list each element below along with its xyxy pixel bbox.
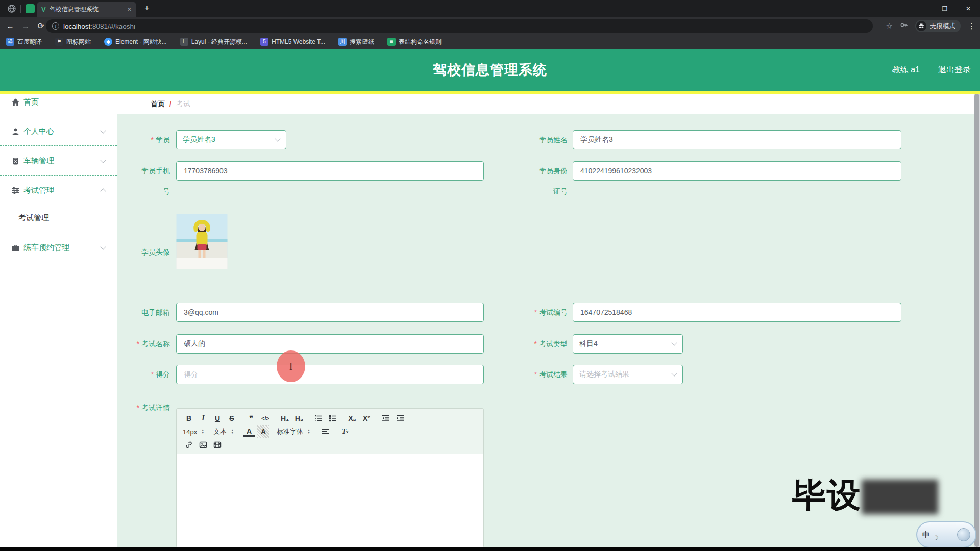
superscript-button[interactable]: X² <box>360 412 373 424</box>
html5-icon: 5 <box>260 38 268 46</box>
minimize-button[interactable]: – <box>910 0 933 17</box>
sidebar-item-vehicles[interactable]: 车辆管理 <box>0 154 117 168</box>
page-scrollbar[interactable] <box>974 94 980 547</box>
score-input[interactable] <box>176 365 484 384</box>
sidebar-divider <box>0 145 117 146</box>
app-header: 驾校信息管理系统 教练 a1 退出登录 <box>0 49 980 91</box>
heading1-button[interactable]: H₁ <box>279 412 291 424</box>
exam-name-input[interactable] <box>176 334 484 354</box>
blockquote-button[interactable]: ❞ <box>245 412 257 424</box>
exam-no-label: * 考试编号 <box>528 302 568 322</box>
ordered-list-icon[interactable] <box>312 412 325 424</box>
page-title: 驾校信息管理系统 <box>433 49 547 91</box>
stepper-arrows-icon: ▲▼ <box>231 429 234 434</box>
code-button[interactable]: </> <box>259 412 272 424</box>
chevron-down-icon <box>671 340 677 345</box>
link-icon[interactable] <box>183 439 195 451</box>
bold-button[interactable]: B <box>183 412 195 424</box>
address-bar[interactable]: i localhost:8081/#/kaoshi <box>46 19 873 33</box>
vehicle-icon <box>11 157 20 165</box>
site-info-icon[interactable]: i <box>52 22 59 30</box>
restore-button[interactable]: ❐ <box>933 0 957 17</box>
student-name-input[interactable] <box>573 130 901 149</box>
sidebar-divider <box>0 262 117 262</box>
sidebar-item-exams[interactable]: 考试管理 <box>0 183 117 197</box>
reload-button[interactable]: ⟳ <box>36 21 46 31</box>
exam-type-select[interactable]: 科目4 <box>573 334 683 354</box>
score-label: * 得分 <box>130 364 170 385</box>
outdent-icon[interactable] <box>380 412 392 424</box>
stepper-arrows-icon: ▲▼ <box>201 429 204 434</box>
url-path: :8081/#/kaoshi <box>90 22 135 30</box>
exam-name-label: * 考试名称 <box>130 334 170 354</box>
close-button[interactable]: ✕ <box>957 0 980 17</box>
video-icon[interactable] <box>211 439 224 451</box>
incognito-label: 无痕模式 <box>930 22 955 31</box>
browser-menu-icon[interactable]: ⋮ <box>968 21 976 31</box>
font-size-select[interactable]: 14px ▲▼ <box>183 428 204 436</box>
strikethrough-button[interactable]: S <box>226 412 238 424</box>
subscript-button[interactable]: X₂ <box>346 412 358 424</box>
incognito-icon <box>916 21 926 31</box>
exam-type-label: * 考试类型 <box>528 334 568 354</box>
editor-content-area[interactable] <box>177 454 483 551</box>
bookmark-baidu-translate[interactable]: 译 百度翻译 <box>6 38 42 46</box>
exam-result-select[interactable]: 请选择考试结果 <box>573 365 683 384</box>
sidebar-item-practice-booking[interactable]: 练车预约管理 <box>0 240 117 255</box>
bookmark-layui[interactable]: L Layui - 经典开源模... <box>180 38 247 46</box>
student-phone-input[interactable] <box>176 161 484 181</box>
browser-globe-icon <box>7 4 16 13</box>
indent-icon[interactable] <box>394 412 406 424</box>
tab-close-icon[interactable]: ✕ <box>127 6 132 13</box>
wallpaper-icon: 川 <box>338 38 347 46</box>
ime-mode-indicator[interactable]: 中 <box>922 530 930 540</box>
exam-no-input[interactable] <box>573 303 901 322</box>
sidebar-item-home[interactable]: 首页 <box>0 95 117 109</box>
background-color-button[interactable]: A <box>257 425 270 438</box>
student-id-input[interactable] <box>573 161 901 181</box>
italic-button[interactable]: I <box>197 412 209 424</box>
clear-format-button[interactable]: Tx <box>339 425 351 438</box>
bookmarks-bar: 译 百度翻译 ⚑ 图标网站 ◆ Element - 网站快... L Layui… <box>0 35 980 49</box>
student-phone-label: 学员手机号 <box>130 161 170 202</box>
font-family-select[interactable]: 标准字体 ▲▼ <box>277 427 310 436</box>
bullet-list-icon[interactable] <box>327 412 339 424</box>
home-icon <box>11 98 20 107</box>
text-style-select[interactable]: 文本 ▲▼ <box>213 427 234 436</box>
email-input[interactable] <box>176 303 484 322</box>
browser-tab[interactable]: V 驾校信息管理系统 ✕ <box>37 2 136 17</box>
bottom-black-bar <box>0 547 980 551</box>
align-icon[interactable] <box>320 425 332 438</box>
student-select[interactable]: 学员姓名3 <box>176 130 286 149</box>
new-tab-button[interactable]: + <box>142 4 152 13</box>
ime-globe-icon <box>957 528 970 541</box>
key-icon[interactable] <box>900 21 908 31</box>
bookmark-table-naming[interactable]: ≡ 表结构命名规则 <box>387 38 442 46</box>
breadcrumb-home[interactable]: 首页 <box>151 99 165 109</box>
bookmark-html5[interactable]: 5 HTML5 Website T... <box>260 38 325 46</box>
logout-link[interactable]: 退出登录 <box>938 65 971 76</box>
text-color-button[interactable]: A <box>243 427 255 437</box>
back-button[interactable]: ← <box>5 21 15 31</box>
ime-toolbar[interactable]: 中 ☽ <box>916 521 976 548</box>
forward-button[interactable]: → <box>20 21 31 31</box>
image-icon[interactable] <box>197 439 209 451</box>
student-name-label: 学员姓名 <box>528 130 568 150</box>
exam-detail-editor[interactable]: B I U S ❞ </> H₁ H₂ X₂ X² 14p <box>176 408 484 547</box>
sidebar-item-profile[interactable]: 个人中心 <box>0 124 117 138</box>
bookmark-wallpaper[interactable]: 川 搜索壁纸 <box>338 38 374 46</box>
chevron-up-icon <box>100 188 106 194</box>
underline-button[interactable]: U <box>211 412 224 424</box>
exam-result-label: * 考试结果 <box>528 364 568 385</box>
scrollbar-thumb[interactable] <box>974 94 979 547</box>
sidebar-divider <box>0 231 117 231</box>
bookmark-star-icon[interactable]: ☆ <box>886 21 893 31</box>
bookmark-element[interactable]: ◆ Element - 网站快... <box>104 38 167 46</box>
element-icon: ◆ <box>104 38 112 46</box>
extension-icon[interactable]: ≡ <box>26 4 35 13</box>
sidebar-subitem-exam-management[interactable]: 考试管理 <box>0 211 117 225</box>
incognito-badge: 无痕模式 <box>915 20 961 32</box>
heading2-button[interactable]: H₂ <box>293 412 305 424</box>
tab-title: 驾校信息管理系统 <box>50 5 124 14</box>
bookmark-icon-site[interactable]: ⚑ 图标网站 <box>55 38 91 46</box>
